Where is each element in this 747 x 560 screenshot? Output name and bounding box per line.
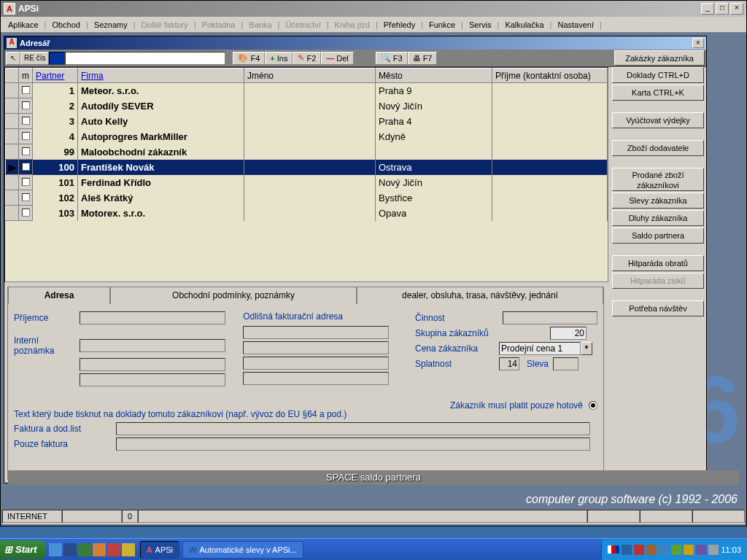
clock[interactable]: 11:03 (721, 545, 741, 554)
task-word[interactable]: WAutomatické slevy v APSi... (182, 541, 303, 559)
tray-icon-7[interactable] (696, 545, 706, 555)
data-grid[interactable]: m Partner Firma Jméno Město Příjme (kont… (4, 67, 608, 282)
hitparada-zisku-button[interactable]: Hitparáda zisků (612, 273, 704, 289)
ql-globe-icon[interactable] (78, 543, 91, 556)
menu-aplikace[interactable]: Aplikace (4, 19, 43, 31)
minimize-button[interactable]: _ (701, 3, 714, 15)
child-icon: A (7, 38, 17, 48)
table-row[interactable]: 102Aleš KrátkýBystřice (6, 190, 608, 206)
odlisna-input-4[interactable] (243, 372, 389, 385)
table-row[interactable]: 1Meteor. s.r.o.Praha 9 (6, 83, 608, 98)
col-m[interactable]: m (19, 69, 33, 83)
adresar-window: A Adresář × ↖ RE čís 🎨F4 +Ins ✎F2 —Del 🔍… (4, 36, 707, 483)
prijemce-input[interactable] (80, 311, 225, 324)
ql-folder-icon[interactable] (122, 543, 135, 556)
col-firma[interactable]: Firma (78, 69, 244, 83)
zakazky-button[interactable]: Zakázky zákazníka (614, 50, 705, 66)
vyuctovat-button[interactable]: Vyúčtovat výdejky (612, 112, 704, 128)
cinnost-input[interactable] (503, 311, 597, 324)
hotove-radio[interactable] (589, 401, 597, 410)
tab-adresa[interactable]: Adresa (8, 287, 110, 304)
f4-button[interactable]: 🎨F4 (233, 52, 265, 65)
col-jmeno[interactable]: Jméno (244, 69, 376, 83)
chevron-down-icon[interactable]: ▼ (581, 342, 592, 355)
app-title: APSi (18, 4, 701, 14)
maximize-button[interactable]: □ (716, 3, 729, 15)
potreba-navstev-button[interactable]: Potřeba návštěv (612, 300, 704, 316)
tray-icon-2[interactable] (634, 545, 644, 555)
blue-box[interactable] (49, 52, 65, 65)
col-prijme[interactable]: Příjme (kontaktní osoba) (492, 69, 608, 83)
sleva-link[interactable]: Sleva (527, 359, 549, 369)
odlisna-input-3[interactable] (243, 357, 389, 370)
tray-icon-8[interactable] (708, 545, 719, 555)
menu-seznamy[interactable]: Seznamy (90, 19, 132, 31)
ql-opera-icon[interactable] (107, 543, 120, 556)
cena-combo[interactable]: Prodejní cena 1▼ (499, 342, 592, 355)
table-row[interactable]: ▶100František NovákOstrava (6, 160, 608, 175)
tray-icon-1[interactable] (622, 545, 632, 555)
interni-input-1[interactable] (80, 339, 225, 352)
prodane-zbozi-button[interactable]: Prodané zboží zákazníkovi (612, 168, 704, 191)
ins-button[interactable]: +Ins (265, 52, 293, 65)
table-row[interactable]: 103Motorex. s.r.o.Opava (6, 206, 608, 221)
table-row[interactable]: 99Maloobchodní zákazník (6, 144, 608, 160)
hitparada-obratu-button[interactable]: Hitparáda obratů (612, 255, 704, 271)
tab-obchodni-podminky[interactable]: Obchodní podmínky, poznámky (110, 287, 357, 304)
re-cislo-button[interactable]: RE čís (20, 52, 49, 65)
cinnost-label: Činnost (415, 313, 503, 323)
splatnost-value[interactable]: 14 (499, 357, 519, 370)
menu-kalkulacka[interactable]: Kalkulačka (500, 19, 548, 31)
odlisna-input-1[interactable] (243, 326, 389, 339)
task-apsi[interactable]: AAPSi (140, 541, 179, 559)
faktura-dod-input[interactable] (116, 422, 590, 435)
table-row[interactable]: 101Ferdinad KřídloNový Jičín (6, 175, 608, 190)
ql-save-icon[interactable] (63, 543, 77, 556)
close-button[interactable]: × (730, 3, 743, 15)
tray-icon-6[interactable] (684, 545, 694, 555)
odlisna-input-2[interactable] (243, 341, 389, 354)
table-row[interactable]: 2Autodíly SEVERNový Jičín (6, 98, 608, 114)
tray-icon-5[interactable] (671, 545, 681, 555)
menu-servis[interactable]: Servis (465, 19, 496, 31)
corner-button[interactable]: ↖ (6, 52, 20, 65)
start-button[interactable]: ⊞Start (0, 540, 46, 559)
interni-input-2[interactable] (80, 358, 225, 371)
col-mesto[interactable]: Město (376, 69, 492, 83)
tray-icon-4[interactable] (659, 545, 669, 555)
slevy-button[interactable]: Slevy zákazníka (612, 192, 704, 209)
doklady-button[interactable]: Doklady CTRL+D (612, 67, 704, 83)
menu-banka[interactable]: Banka (244, 19, 276, 31)
interni-input-3[interactable] (80, 373, 225, 386)
child-close-button[interactable]: × (692, 38, 704, 48)
menu-kniha-jizd[interactable]: Kniha jízd (330, 19, 374, 31)
menu-nastaveni[interactable]: Nastavení (553, 19, 598, 31)
menu-prehledy[interactable]: Přehledy (379, 19, 419, 31)
zbozi-dodavatele-button[interactable]: Zboží dodavatele (612, 140, 704, 156)
sleva-input[interactable] (553, 357, 578, 370)
pouze-faktura-input[interactable] (116, 438, 590, 451)
menu-obchod[interactable]: Obchod (47, 19, 85, 31)
f2-button[interactable]: ✎F2 (293, 52, 321, 65)
karta-button[interactable]: Karta CTRL+K (612, 85, 704, 101)
col-partner[interactable]: Partner (33, 69, 78, 83)
f3-button[interactable]: 🔍F3 (376, 52, 408, 65)
menu-dosle-faktury[interactable]: Došlé faktury (137, 19, 193, 31)
tab-dealer[interactable]: dealer, obsluha, trasa, návštěvy, jednán… (357, 287, 603, 304)
skupina-value[interactable]: 20 (550, 327, 587, 340)
menu-pokladna[interactable]: Pokladna (198, 19, 240, 31)
search-input[interactable] (65, 52, 225, 65)
del-button[interactable]: —Del (321, 52, 354, 65)
ql-ie-icon[interactable] (49, 543, 62, 556)
saldo-button[interactable]: Saldo partnera (612, 228, 704, 244)
tray-icon-3[interactable] (646, 545, 657, 555)
table-row[interactable]: 3Auto KellyPraha 4 (6, 114, 608, 129)
menu-funkce[interactable]: Funkce (425, 19, 460, 31)
table-row[interactable]: 4Autoprogres MarkMillerKdyně (6, 129, 608, 144)
ql-firefox-icon[interactable] (93, 543, 106, 556)
f7-button[interactable]: 🖶F7 (408, 52, 438, 65)
status-empty-1 (62, 510, 122, 523)
language-icon[interactable] (608, 545, 619, 553)
menu-ucetnictvi[interactable]: Účetnictví (281, 19, 325, 31)
dluhy-button[interactable]: Dluhy zákazníka (612, 210, 704, 226)
